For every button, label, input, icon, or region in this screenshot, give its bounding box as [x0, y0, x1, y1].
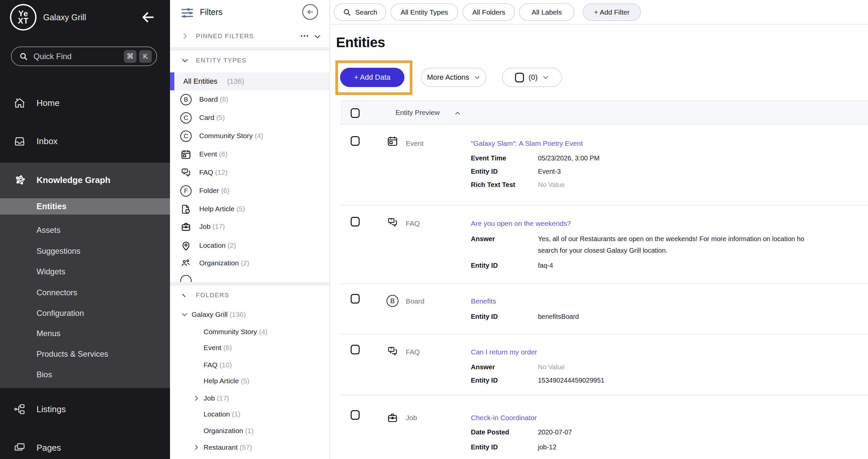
sidebar-item-label: Configuration	[36, 309, 84, 318]
sidebar-item-products-services[interactable]: Products & Services	[0, 348, 170, 360]
chevron-down-icon	[542, 74, 549, 81]
row-divider	[340, 395, 868, 395]
chevron-right-icon[interactable]	[193, 444, 200, 451]
filter-type-community-story[interactable]: C Community Story (4)	[170, 127, 330, 145]
pinned-filters-chevron-down-icon[interactable]	[313, 33, 321, 40]
entity-types-header[interactable]: ENTITY TYPES	[196, 57, 246, 64]
entity-type-label: FAQ	[406, 219, 420, 227]
sort-chevron-up-icon[interactable]	[454, 110, 461, 117]
folder-restaurant[interactable]: Restaurant (57)	[170, 441, 330, 454]
filter-count: (2)	[227, 241, 236, 249]
faq-icon: ?	[386, 345, 399, 357]
all-entity-types-pill[interactable]: All Entity Types	[391, 3, 458, 21]
people-icon	[180, 258, 192, 269]
app-window: YeXT Galaxy Grill Quick Find ⌘ K Home In…	[0, 0, 868, 459]
expand-pinned-filters-icon[interactable]	[181, 32, 189, 40]
folder-community-story[interactable]: Community Story (4)	[170, 326, 330, 339]
sidebar-item-pages[interactable]: Pages	[0, 440, 170, 456]
entity-title-link[interactable]: "Galaxy Slam": A Slam Poetry Event	[471, 140, 583, 148]
sidebar-item-suggestions[interactable]: Suggestions	[0, 245, 170, 257]
folder-location[interactable]: Location (1)	[170, 408, 330, 421]
field-value: Yes, all of our Restaurants are open on …	[538, 235, 804, 243]
sidebar-item-bios[interactable]: Bios	[0, 368, 170, 381]
filter-all-entities[interactable]: All Entities (136)	[170, 72, 330, 90]
row-checkbox[interactable]	[351, 136, 360, 146]
entity-types-chevron-down-icon[interactable]	[181, 57, 189, 64]
chevron-down-icon[interactable]	[181, 311, 188, 318]
filter-type-board[interactable]: B Board (6)	[170, 91, 330, 109]
all-folders-pill[interactable]: All Folders	[463, 3, 515, 21]
filter-type-card[interactable]: C Card (5)	[170, 109, 330, 127]
folder-organization[interactable]: Organization (1)	[170, 425, 330, 438]
filter-type-event[interactable]: Event (6)	[170, 146, 330, 163]
entity-preview-column-header[interactable]: Entity Preview	[396, 109, 440, 117]
sidebar-item-listings[interactable]: Listings	[0, 401, 170, 417]
filter-type-job[interactable]: Job (17)	[170, 218, 330, 236]
row-checkbox[interactable]	[351, 217, 360, 226]
filter-count: (2)	[241, 259, 249, 267]
entity-title-link[interactable]: Check-in Coordinator	[471, 414, 537, 422]
field-label: Entity ID	[471, 313, 498, 320]
clipped-entity-type-icon	[180, 275, 192, 282]
sidebar-item-widgets[interactable]: Widgets	[0, 265, 170, 278]
filter-type-location[interactable]: Location (2)	[170, 237, 330, 255]
field-label: Date Posted	[471, 428, 509, 436]
folder-job[interactable]: Job (17)	[170, 392, 330, 405]
more-actions-button[interactable]: More Actions	[421, 68, 487, 87]
sidebar-item-label: Widgets	[36, 267, 65, 276]
folder-label: FAQ	[204, 361, 217, 369]
search-pill[interactable]: Search	[334, 3, 386, 21]
filter-count: (12)	[215, 169, 227, 176]
selection-count: (0)	[529, 73, 537, 82]
folder-help-article[interactable]: Help Article (5)	[170, 375, 330, 388]
pinned-filters-header[interactable]: PINNED FILTERS	[196, 33, 254, 40]
selection-dropdown[interactable]: (0)	[502, 68, 562, 87]
folder-faq[interactable]: FAQ (10)	[170, 359, 330, 372]
folders-header[interactable]: FOLDERS	[196, 292, 229, 299]
entity-title-link[interactable]: Can I return my order	[471, 348, 537, 356]
folder-label: Organization	[204, 427, 243, 434]
sidebar-item-configuration[interactable]: Configuration	[0, 307, 170, 319]
filter-label: Help Article	[199, 205, 235, 213]
add-data-button[interactable]: + Add Data	[340, 68, 404, 87]
row-checkbox[interactable]	[351, 294, 360, 304]
sidebar-item-label: Suggestions	[36, 246, 80, 256]
folder-label: Job	[204, 394, 215, 402]
sidebar-item-inbox[interactable]: Inbox	[0, 133, 170, 149]
sidebar-item-label: Bios	[36, 370, 52, 379]
filter-type-folder[interactable]: F Folder (6)	[170, 182, 330, 200]
quick-find-input[interactable]: Quick Find ⌘ K	[11, 47, 157, 66]
pinned-filters-menu-icon[interactable]	[300, 32, 309, 40]
filter-type-organization[interactable]: Organization (2)	[170, 254, 330, 272]
account-name: Galaxy Grill	[43, 12, 86, 22]
entity-type-label: Job	[406, 414, 417, 422]
select-all-checkbox[interactable]	[515, 73, 524, 82]
filter-label: Community Story	[199, 132, 253, 140]
folder-galaxy-grill[interactable]: Galaxy Grill (136)	[170, 308, 330, 322]
add-filter-pill[interactable]: + Add Filter	[583, 3, 641, 21]
sidebar-item-menus[interactable]: Menus	[0, 327, 170, 340]
folders-chevron-down-icon[interactable]	[181, 291, 189, 299]
briefcase-icon	[386, 412, 399, 424]
chevron-right-icon[interactable]	[193, 395, 200, 402]
folder-count: (17)	[217, 394, 229, 402]
sidebar-item-home[interactable]: Home	[0, 95, 170, 111]
entity-title-link[interactable]: Are you open on the weekends?	[471, 219, 571, 227]
folder-event[interactable]: Event (6)	[170, 341, 330, 355]
yext-logo-icon[interactable]: YeXT	[10, 4, 36, 31]
filter-type-faq[interactable]: ? FAQ (12)	[170, 164, 330, 182]
entity-title-link[interactable]: Benefits	[471, 297, 496, 305]
sidebar-item-connectors[interactable]: Connectors	[0, 286, 170, 299]
sidebar-item-knowledge-graph[interactable]: Knowledge Graph	[0, 172, 170, 188]
row-checkbox[interactable]	[351, 410, 360, 420]
badge-c-icon: C	[180, 112, 192, 124]
header-checkbox[interactable]	[351, 108, 360, 118]
filter-type-help-article[interactable]: ? Help Article (5)	[170, 200, 330, 218]
sidebar-item-assets[interactable]: Assets	[0, 224, 170, 237]
collapse-sidebar-icon[interactable]	[141, 10, 155, 25]
all-labels-pill[interactable]: All Labels	[519, 3, 575, 21]
collapse-filters-button[interactable]	[302, 4, 318, 20]
row-divider	[340, 205, 868, 206]
sidebar-item-entities[interactable]: Entities	[0, 198, 170, 215]
row-checkbox[interactable]	[351, 345, 360, 355]
